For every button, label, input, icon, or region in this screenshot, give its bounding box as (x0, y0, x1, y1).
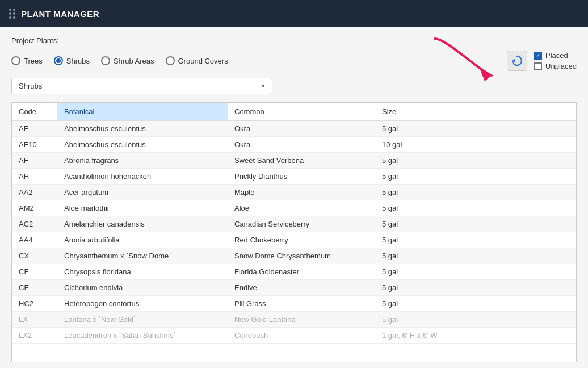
col-header-common: Common (228, 103, 375, 121)
cell-code: AE (12, 121, 57, 137)
plant-table: Code Botanical Common Size AEA (12, 103, 576, 344)
table-row[interactable]: CFChrysopsis floridanaFlorida Goldenaste… (12, 264, 576, 280)
radio-circle-shrubs (54, 56, 63, 65)
cell-code: AM2 (12, 200, 57, 216)
cell-common: Okra (228, 121, 375, 137)
checkbox-box-placed (534, 52, 542, 60)
table-row[interactable]: AHAcantholimon hohenackeriPrickly Dianth… (12, 169, 576, 185)
cell-size: 10 gal (375, 137, 576, 153)
shrubs-dropdown[interactable]: Shrubs ▾ (11, 78, 272, 94)
checkbox-box-unplaced (534, 62, 542, 70)
app-title: PLANT MANAGER (21, 9, 99, 19)
radio-shrubs[interactable]: Shrubs (54, 56, 90, 65)
table-row[interactable]: CECichorium endiviaEndive5 gal (12, 280, 576, 296)
refresh-icon (511, 55, 523, 67)
cell-botanical: Acer argutum (57, 185, 228, 200)
table-row[interactable]: LX2Leucadendron x `Safari Sunshine`Coneb… (12, 328, 576, 344)
cell-common: Endive (228, 280, 375, 296)
table-row[interactable]: AA4Aronia arbutifoliaRed Chokeberry5 gal (12, 232, 576, 248)
radio-label-trees: Trees (24, 57, 43, 65)
radio-ground-covers[interactable]: Ground Covers (166, 56, 228, 65)
checkbox-group: Placed Unplaced (534, 51, 577, 70)
chevron-down-icon: ▾ (262, 82, 265, 90)
checkbox-placed[interactable]: Placed (534, 51, 577, 60)
table-row[interactable]: CXChrysanthemum x `Snow Dome`Snow Dome C… (12, 248, 576, 264)
cell-common: Maple (228, 185, 375, 200)
cell-botanical: Chrysanthemum x `Snow Dome` (57, 248, 228, 264)
radio-circle-shrub-areas (101, 56, 110, 65)
cell-code: LX2 (12, 328, 57, 344)
main-content: Project Plants: Trees Shrubs Shrub Areas (0, 27, 588, 368)
title-bar: PLANT MANAGER (0, 0, 588, 27)
cell-botanical: Leucadendron x `Safari Sunshine` (57, 328, 228, 344)
table-row[interactable]: AE10Abelmoschus esculentusOkra10 gal (12, 137, 576, 153)
cell-common: Pili Grass (228, 296, 375, 312)
table-row[interactable]: AA2Acer argutumMaple5 gal (12, 185, 576, 200)
cell-common: Snow Dome Chrysanthemum (228, 248, 375, 264)
cell-size: 5 gal (375, 248, 576, 264)
cell-botanical: Aloe marlothii (57, 200, 228, 216)
right-controls: Placed Unplaced (507, 51, 577, 71)
cell-botanical: Heteropogon contortus (57, 296, 228, 312)
table-row[interactable]: AM2Aloe marlothiiAloe5 gal (12, 200, 576, 216)
cell-size: 1 gal, 6' H x 6' W (375, 328, 576, 344)
cell-code: AH (12, 169, 57, 185)
cell-common: Sweet Sand Verbena (228, 153, 375, 169)
table-row[interactable]: LXLantana x `New Gold`New Gold Lantana5 … (12, 312, 576, 328)
col-header-size: Size (375, 103, 576, 121)
cell-size: 5 gal (375, 121, 576, 137)
checkbox-unplaced[interactable]: Unplaced (534, 62, 577, 70)
cell-code: CE (12, 280, 57, 296)
cell-botanical: Chrysopsis floridana (57, 264, 228, 280)
cell-size: 5 gal (375, 232, 576, 248)
dropdown-row: Shrubs ▾ (11, 78, 577, 94)
cell-botanical: Acantholimon hohenackeri (57, 169, 228, 185)
cell-size: 5 gal (375, 296, 576, 312)
project-plants-label: Project Plants: (11, 36, 577, 45)
cell-common: Prickly Dianthus (228, 169, 375, 185)
cell-common: Red Chokeberry (228, 232, 375, 248)
radio-label-shrub-areas: Shrub Areas (114, 57, 154, 65)
table-row[interactable]: HC2Heteropogon contortusPili Grass5 gal (12, 296, 576, 312)
cell-size: 5 gal (375, 312, 576, 328)
cell-size: 5 gal (375, 169, 576, 185)
col-header-code: Code (12, 103, 57, 121)
radio-circle-trees (11, 56, 20, 65)
cell-common: Aloe (228, 200, 375, 216)
cell-code: CX (12, 248, 57, 264)
cell-code: AE10 (12, 137, 57, 153)
table-row[interactable]: AC2Amelanchier canadensisCanadian Servic… (12, 216, 576, 232)
cell-size: 5 gal (375, 280, 576, 296)
cell-common: Florida Goldenaster (228, 264, 375, 280)
refresh-button[interactable] (507, 51, 527, 71)
cell-code: LX (12, 312, 57, 328)
cell-size: 5 gal (375, 216, 576, 232)
cell-botanical: Abronia fragrans (57, 153, 228, 169)
cell-code: AA2 (12, 185, 57, 200)
radio-shrub-areas[interactable]: Shrub Areas (101, 56, 154, 65)
radio-trees[interactable]: Trees (11, 56, 43, 65)
cell-code: AC2 (12, 216, 57, 232)
radio-label-shrubs: Shrubs (66, 57, 90, 65)
cell-botanical: Abelmoschus esculentus (57, 137, 228, 153)
cell-size: 5 gal (375, 185, 576, 200)
cell-code: AA4 (12, 232, 57, 248)
cell-code: AF (12, 153, 57, 169)
filter-row: Trees Shrubs Shrub Areas Ground Covers (11, 51, 577, 71)
radio-label-ground-covers: Ground Covers (178, 57, 228, 65)
cell-common: Canadian Serviceberry (228, 216, 375, 232)
radio-circle-ground-covers (166, 56, 175, 65)
table-row[interactable]: AEAbelmoschus esculentusOkra5 gal (12, 121, 576, 137)
table-header: Code Botanical Common Size (12, 103, 576, 121)
cell-botanical: Lantana x `New Gold` (57, 312, 228, 328)
table-body: AEAbelmoschus esculentusOkra5 galAE10Abe… (12, 121, 576, 344)
table-row[interactable]: AFAbronia fragransSweet Sand Verbena5 ga… (12, 153, 576, 169)
checkbox-label-placed: Placed (545, 51, 568, 60)
cell-size: 5 gal (375, 264, 576, 280)
drag-handle[interactable] (9, 9, 15, 19)
cell-size: 5 gal (375, 153, 576, 169)
checkbox-label-unplaced: Unplaced (545, 62, 577, 70)
radio-group: Trees Shrubs Shrub Areas Ground Covers (11, 56, 228, 65)
cell-botanical: Abelmoschus esculentus (57, 121, 228, 137)
cell-common: Conebush (228, 328, 375, 344)
